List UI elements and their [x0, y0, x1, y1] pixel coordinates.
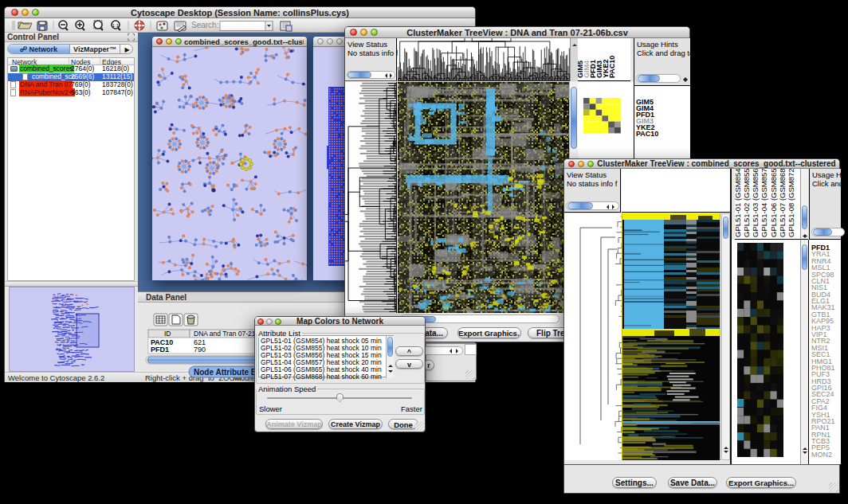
svg-text:PAC10: PAC10 [151, 338, 173, 346]
svg-text:GPL51-07 (GSM868): GPL51-07 (GSM868) [778, 169, 787, 237]
svg-text:PFD1: PFD1 [151, 346, 169, 354]
svg-text:GPL51-08 (GSM872): GPL51-08 (GSM872) [787, 169, 795, 237]
svg-text:GPL51-01 (GSM854): GPL51-01 (GSM854) [735, 169, 742, 237]
svg-text:1:1: 1:1 [112, 23, 120, 28]
svg-text:GPL51-04 (GSM857): GPL51-04 (GSM857) [760, 169, 768, 237]
svg-text:MON2: MON2 [811, 451, 832, 459]
svg-text:621: 621 [194, 338, 206, 346]
svg-text:PAC10: PAC10 [608, 56, 616, 78]
svg-text:ID: ID [164, 330, 171, 338]
svg-text:790: 790 [194, 346, 206, 354]
svg-text:Search:: Search: [191, 21, 218, 29]
svg-text:GPL51-02 (GSM855): GPL51-02 (GSM855) [742, 169, 751, 237]
svg-text:GPL51-03 (GSM856): GPL51-03 (GSM856) [751, 169, 760, 237]
svg-text:GPL51-06 (GSM865): GPL51-06 (GSM865) [769, 169, 778, 237]
